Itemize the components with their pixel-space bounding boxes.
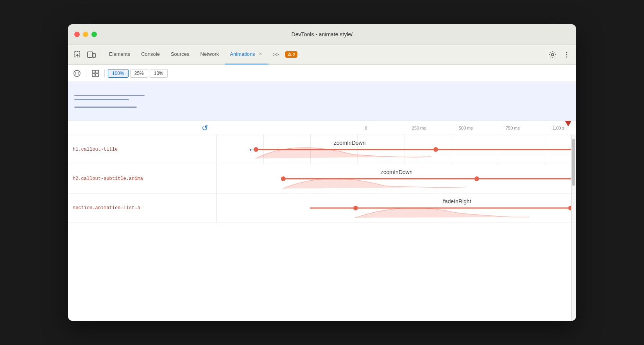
menu-button[interactable] — [560, 48, 573, 61]
anim-row-2: h2.callout-subtitle.anima — [68, 164, 576, 194]
anim-label-2[interactable]: h2.callout-subtitle.anima — [68, 164, 216, 193]
svg-rect-15 — [92, 74, 95, 76]
devtools-body: 100% 25% 10% ↺ 0 — [68, 65, 576, 321]
device-toggle-icon[interactable] — [85, 48, 98, 61]
scrollbar-thumb[interactable] — [572, 139, 575, 186]
tick-250ms: 250 ms — [412, 121, 426, 135]
preview-line-3 — [74, 107, 137, 108]
anim-dot-start-2 — [281, 176, 286, 181]
tab-bar: Elements Console Sources Network Animati… — [68, 44, 576, 65]
timeline-area: ↺ 0 250 ms 500 ms 750 ms 1.00 s 1.25 s 1… — [68, 121, 576, 321]
tab-sources[interactable]: Sources — [166, 44, 194, 64]
anim-dot-end-1 — [433, 147, 438, 152]
svg-rect-16 — [96, 74, 98, 76]
anim-bar-2 — [283, 178, 571, 180]
anim-toolbar-divider — [86, 69, 86, 77]
tick-500ms: 500 ms — [459, 121, 473, 135]
tick-750ms: 750 ms — [506, 121, 520, 135]
tick-0: 0 — [365, 121, 367, 135]
anim-row-3: section.animation-list.a — [68, 194, 576, 223]
speed-10-button[interactable]: 10% — [150, 69, 168, 78]
svg-point-8 — [566, 54, 567, 55]
more-tabs-button[interactable]: >> — [270, 50, 282, 59]
preview-content — [74, 95, 145, 108]
anim-toolbar-divider2 — [104, 69, 105, 77]
svg-rect-5 — [93, 53, 95, 57]
preview-area — [68, 82, 576, 121]
anim-label-3[interactable]: section.animation-list.a — [68, 194, 216, 222]
svg-rect-14 — [96, 70, 98, 73]
anim-name-1: zoomInDown — [334, 140, 366, 146]
maximize-button[interactable] — [91, 32, 97, 37]
speed-25-button[interactable]: 25% — [130, 69, 148, 78]
anim-dot-start-1 — [254, 147, 258, 152]
anim-timeline-2: zoomInDown — [216, 164, 576, 193]
tab-console[interactable]: Console — [136, 44, 165, 64]
animation-rows: h1.callout-title ↔ — [68, 135, 576, 321]
anim-dot-end-2 — [474, 176, 479, 181]
preview-line-2 — [74, 99, 129, 100]
anim-name-2: zoomInDown — [381, 169, 413, 175]
animations-toolbar: 100% 25% 10% — [68, 65, 576, 82]
anim-timeline-1: ↔ zoomInDown — [216, 135, 576, 164]
svg-point-6 — [551, 53, 554, 56]
reset-button[interactable]: ↺ — [202, 123, 208, 133]
pause-button[interactable] — [71, 68, 83, 79]
minimize-button[interactable] — [83, 32, 88, 37]
anim-dot-start-3 — [353, 206, 358, 210]
grid-view-button[interactable] — [89, 68, 101, 79]
tab-elements[interactable]: Elements — [104, 44, 135, 64]
devtools-window: DevTools - animate.style/ Elements Conso… — [68, 24, 576, 321]
tick-1s: 1.00 s — [553, 121, 564, 135]
scrollbar[interactable] — [571, 135, 576, 321]
warning-badge[interactable]: ⚠ 2 — [285, 51, 297, 58]
playhead — [565, 121, 571, 126]
svg-point-7 — [566, 52, 567, 53]
inspect-element-icon[interactable] — [71, 48, 84, 61]
time-ruler: ↺ 0 250 ms 500 ms 750 ms 1.00 s 1.25 s 1… — [68, 121, 576, 135]
tab-animations[interactable]: Animations ✕ — [225, 44, 268, 64]
preview-line-1 — [74, 95, 145, 96]
svg-point-9 — [566, 56, 567, 57]
anim-label-1[interactable]: h1.callout-title — [68, 135, 216, 164]
svg-point-10 — [74, 70, 80, 76]
anim-row-1: h1.callout-title ↔ — [68, 135, 576, 164]
warning-icon: ⚠ — [288, 52, 292, 57]
anim-timeline-3: fadeInRight — [216, 194, 576, 222]
tab-close-icon[interactable]: ✕ — [258, 51, 264, 57]
svg-rect-13 — [92, 70, 95, 73]
toolbar-divider — [101, 50, 101, 59]
titlebar: DevTools - animate.style/ — [68, 24, 576, 44]
tab-network[interactable]: Network — [196, 44, 224, 64]
svg-rect-4 — [88, 52, 93, 57]
anim-name-3: fadeInRight — [443, 198, 471, 205]
speed-100-button[interactable]: 100% — [108, 69, 129, 78]
anim-bar-3 — [310, 208, 571, 209]
close-button[interactable] — [74, 32, 80, 37]
anim-bar-1 — [256, 149, 571, 150]
window-title: DevTools - animate.style/ — [292, 31, 352, 37]
settings-button[interactable] — [546, 48, 559, 61]
traffic-lights — [74, 32, 97, 37]
animations-panel: 100% 25% 10% ↺ 0 — [68, 65, 576, 321]
